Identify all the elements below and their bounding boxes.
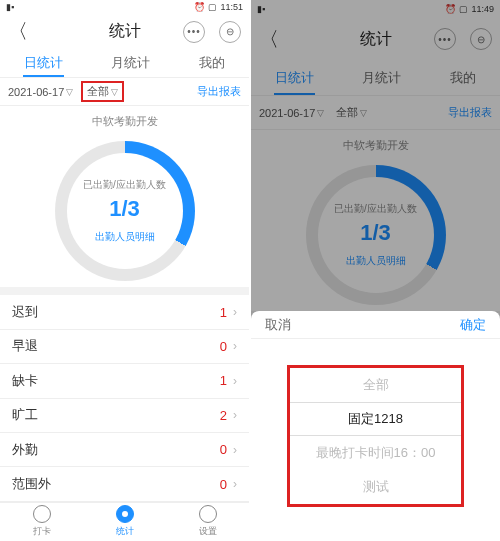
date-value: 2021-06-17 [8,86,64,98]
more-button[interactable]: ••• [434,28,456,50]
chevron-right-icon: › [233,305,237,319]
ring-value: 1/3 [360,220,391,246]
tabs: 日统计 月统计 我的 [251,60,500,96]
status-time: 11:51 [220,2,243,12]
ring-detail-link[interactable]: 出勤人员明细 [95,230,155,244]
ring-value: 1/3 [109,196,140,222]
filter-bar: 2021-06-17 ▽ 全部 ▽ 导出报表 [0,78,249,106]
nav-settings[interactable]: 设置 [199,505,217,538]
back-icon[interactable]: 〈 [8,18,28,45]
org-name: 中软考勤开发 [251,138,500,153]
status-time: 11:49 [471,4,494,14]
section-divider [0,287,249,295]
filter-bar: 2021-06-17 ▽ 全部 ▽ 导出报表 [251,96,500,130]
attendance-ring: 已出勤/应出勤人数 1/3 出勤人员明细 [306,165,446,305]
chevron-down-icon: ▽ [360,108,367,118]
date-selector[interactable]: 2021-06-17 ▽ [8,86,73,98]
export-link[interactable]: 导出报表 [448,105,492,120]
status-signal-icon: ▮▪ [257,4,265,14]
chevron-right-icon: › [233,443,237,457]
stats-icon [116,505,134,523]
alarm-icon: ⏰ [445,4,456,14]
ring-detail-link[interactable]: 出勤人员明细 [346,254,406,268]
tab-monthly[interactable]: 月统计 [105,49,156,78]
attendance-ring: 已出勤/应出勤人数 1/3 出勤人员明细 [55,141,195,281]
battery-icon: ▢ [459,4,468,14]
cancel-button[interactable]: 取消 [265,316,291,334]
picker-option[interactable]: 测试 [290,470,461,504]
ring-label: 已出勤/应出勤人数 [83,178,166,192]
picker-option[interactable]: 全部 [290,368,461,402]
ring-label: 已出勤/应出勤人数 [334,202,417,216]
type-selector[interactable]: 全部 ▽ [332,104,371,121]
date-value: 2021-06-17 [259,107,315,119]
status-signal-icon: ▮▪ [6,2,14,12]
chevron-down-icon: ▽ [66,87,73,97]
date-selector[interactable]: 2021-06-17 ▽ [259,107,324,119]
type-value: 全部 [87,84,109,99]
type-value: 全部 [336,105,358,120]
bottom-nav: 打卡 统计 设置 [0,502,249,541]
title-bar: 〈 统计 ••• ⊖ [0,15,249,49]
clock-icon [33,505,51,523]
list-item[interactable]: 范围外0› [0,467,249,501]
target-button[interactable]: ⊖ [219,21,241,43]
title-bar: 〈 统计 ••• ⊖ [251,18,500,60]
status-bar: ▮▪ ⏰ ▢ 11:51 [0,0,249,15]
tab-monthly[interactable]: 月统计 [356,60,407,95]
more-button[interactable]: ••• [183,21,205,43]
picker-option-selected[interactable]: 固定1218 [290,402,461,436]
confirm-button[interactable]: 确定 [460,316,486,334]
battery-icon: ▢ [208,2,217,12]
back-icon[interactable]: 〈 [259,26,279,53]
chevron-down-icon: ▽ [317,108,324,118]
chevron-down-icon: ▽ [111,87,118,97]
chevron-right-icon: › [233,408,237,422]
export-link[interactable]: 导出报表 [197,84,241,99]
list-item[interactable]: 缺卡1› [0,364,249,398]
chevron-right-icon: › [233,477,237,491]
tab-mine[interactable]: 我的 [193,49,231,78]
tab-mine[interactable]: 我的 [444,60,482,95]
picker-option[interactable]: 最晚打卡时间16：00 [290,436,461,470]
chevron-right-icon: › [233,374,237,388]
nav-stats[interactable]: 统计 [116,505,134,538]
list-item[interactable]: 旷工2› [0,399,249,433]
picker-wheel[interactable]: 全部 固定1218 最晚打卡时间16：00 测试 [287,365,464,507]
chevron-right-icon: › [233,339,237,353]
gear-icon [199,505,217,523]
type-selector[interactable]: 全部 ▽ [81,81,124,102]
tab-daily[interactable]: 日统计 [18,49,69,78]
list-item[interactable]: 早退0› [0,330,249,364]
picker-sheet: 取消 确定 全部 固定1218 最晚打卡时间16：00 测试 [251,311,500,541]
status-bar: ▮▪ ⏰ ▢ 11:49 [251,0,500,18]
tabs: 日统计 月统计 我的 [0,49,249,79]
org-name: 中软考勤开发 [0,114,249,129]
alarm-icon: ⏰ [194,2,205,12]
list-item[interactable]: 外勤0› [0,433,249,467]
nav-punch[interactable]: 打卡 [33,505,51,538]
target-button[interactable]: ⊖ [470,28,492,50]
tab-daily[interactable]: 日统计 [269,60,320,95]
list-item[interactable]: 迟到1› [0,295,249,329]
